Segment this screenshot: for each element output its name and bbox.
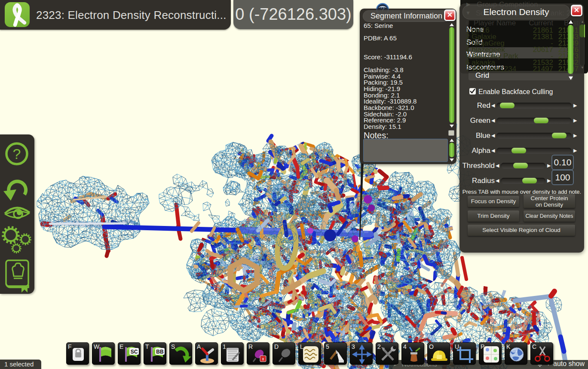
svg-text:?: ? <box>13 146 21 162</box>
svg-text:BB: BB <box>156 349 164 355</box>
svg-text:SC: SC <box>131 349 138 355</box>
svg-text:x: x <box>262 357 264 361</box>
